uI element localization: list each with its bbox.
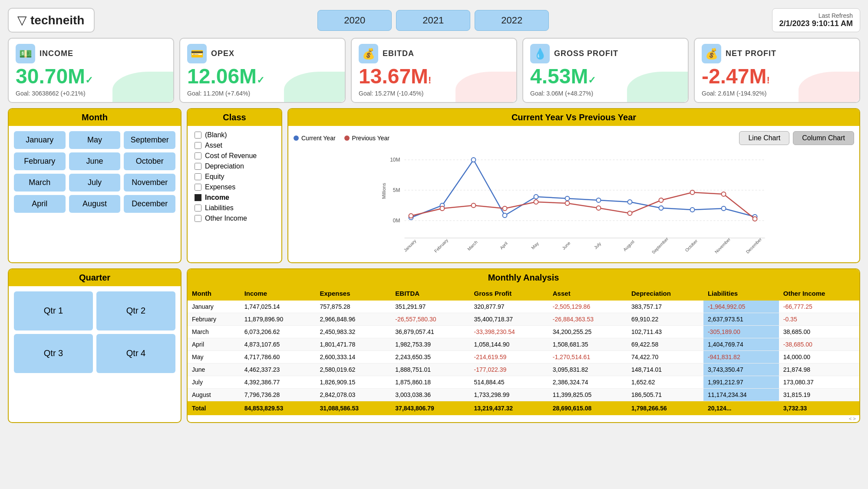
chart-box: Current Year Vs Previous Year Current Ye… [287,108,860,263]
table-cell: 2,243,650.35 [391,350,469,363]
kpi-value-income: 30.70M✓ [16,65,166,88]
month-cell-july[interactable]: July [69,174,121,192]
month-cell-june[interactable]: June [69,152,121,170]
class-item-asset[interactable]: Asset [195,142,274,149]
quarter-cell-qtr-1[interactable]: Qtr 1 [14,291,93,330]
kpi-header: 💧 GROSS PROFIT [530,44,681,63]
table-total-cell: 3,732.33 [779,401,859,415]
kpi-goal-opex: Goal: 11.20M (+7.64%) [187,90,338,97]
line-chart-button[interactable]: Line Chart [739,131,789,145]
table-cell: -1,270,514.61 [548,350,627,363]
table-row: June4,462,337.232,580,019.621,888,751.01… [188,363,859,376]
analysis-title: Monthly Analysis [188,269,859,286]
middle-row: Month JanuaryMaySeptemberFebruaryJuneOct… [8,108,860,263]
year-tab-2022[interactable]: 2022 [475,10,549,31]
kpi-value-gross-profit: 4.53M✓ [530,65,681,88]
class-item-equity[interactable]: Equity [195,173,274,181]
table-cell: 4,873,107.65 [240,338,316,350]
refresh-box: Last Refresh 2/1/2023 9:10:11 AM [772,8,860,32]
class-item-cost-of-revenue[interactable]: Cost of Revenue [195,152,274,160]
chart-content: Current Year Previous Year Line Chart Co… [288,126,859,262]
chart-legend: Current Year Previous Year [294,135,389,142]
year-tab-2020[interactable]: 2020 [317,10,392,31]
class-checkbox[interactable] [195,173,201,180]
quarter-cell-qtr-4[interactable]: Qtr 4 [96,334,175,373]
kpi-title-opex: OPEX [211,49,234,58]
table-cell: July [188,376,240,388]
month-cell-march[interactable]: March [14,174,66,192]
quarter-selector: Quarter Qtr 1Qtr 2Qtr 3Qtr 4 [8,268,182,423]
month-cell-may[interactable]: May [69,131,121,149]
scroll-hint: < > [188,415,859,422]
class-item-liabilities[interactable]: Liabilities [195,204,274,212]
table-cell: March [188,325,240,338]
table-cell: 7,796,736.28 [240,388,316,401]
class-checkbox[interactable] [195,152,201,159]
svg-point-28 [659,198,663,202]
class-checkbox[interactable] [195,184,201,191]
header: ▽ techneith 2020 2021 2022 Last Refresh … [8,8,860,33]
class-checkbox[interactable] [195,132,201,139]
kpi-icon-opex: 💳 [187,44,207,63]
class-checkbox[interactable] [195,215,201,222]
month-cell-january[interactable]: January [14,131,66,149]
month-cell-november[interactable]: November [124,174,175,192]
kpi-goal-gross-profit: Goal: 3.06M (+48.27%) [530,90,681,97]
table-total-cell: 84,853,829.53 [240,401,316,415]
table-cell: June [188,363,240,376]
table-cell: -305,189.00 [703,325,779,338]
month-cell-december[interactable]: December [124,195,175,213]
svg-point-16 [659,206,663,210]
column-chart-button[interactable]: Column Chart [793,131,854,145]
quarter-cell-qtr-3[interactable]: Qtr 3 [14,334,93,373]
kpi-header: 💰 EBITDA [359,44,509,63]
logo-text: techneith [30,13,84,27]
table-cell: 11,399,825.05 [548,388,627,401]
month-cell-august[interactable]: August [69,195,121,213]
class-item-(blank)[interactable]: (Blank) [195,131,274,139]
class-item-income[interactable]: Income [195,194,274,202]
table-total-cell: 13,219,437.32 [470,401,548,415]
table-row: April4,873,107.651,801,471.781,982,753.3… [188,338,859,350]
svg-text:March: March [466,240,478,251]
class-item-other-income[interactable]: Other Income [195,215,274,222]
class-item-depreciation[interactable]: Depreciation [195,162,274,170]
kpi-header: 💳 OPEX [187,44,338,63]
svg-point-29 [690,190,695,195]
class-item-expenses[interactable]: Expenses [195,183,274,191]
table-row: August7,796,736.282,842,078.033,003,038.… [188,388,859,401]
chart-svg: 10M 5M 0M Millions [294,151,854,255]
month-cell-october[interactable]: October [124,152,175,170]
svg-text:September: September [651,236,670,255]
svg-point-22 [472,203,476,208]
table-cell: 69,910.22 [627,313,703,325]
legend-current: Current Year [294,135,336,142]
quarter-cell-qtr-2[interactable]: Qtr 2 [96,291,175,330]
svg-point-23 [503,206,507,211]
kpi-check-income: ✓ [85,75,93,86]
month-cell-september[interactable]: September [124,131,175,149]
table-cell: 173,080.37 [779,376,859,388]
chart-controls: Line Chart Column Chart [739,131,854,145]
class-label: Other Income [205,215,247,222]
table-cell: 35,400,718.37 [470,313,548,325]
class-checkbox[interactable] [195,163,201,170]
col-header-month: Month [188,286,240,301]
class-checkbox[interactable] [195,142,201,149]
kpi-title-income: INCOME [40,49,73,58]
month-cell-february[interactable]: February [14,152,66,170]
svg-point-27 [628,211,632,215]
table-row: July4,392,386.771,826,909.151,875,860.18… [188,376,859,388]
svg-text:May: May [530,241,539,250]
year-tab-2021[interactable]: 2021 [396,10,470,31]
chart-title: Current Year Vs Previous Year [288,109,859,126]
table-cell: 2,450,983.32 [315,325,391,338]
class-label: (Blank) [205,131,227,139]
table-cell: 1,888,751.01 [391,363,469,376]
svg-text:July: July [593,241,602,250]
table-wrap[interactable]: MonthIncomeExpensesEBITDAGross ProfitAss… [188,286,859,415]
class-list: (Blank)AssetCost of RevenueDepreciationE… [188,126,281,228]
class-checkbox[interactable] [195,205,201,211]
month-cell-april[interactable]: April [14,195,66,213]
table-total-cell: 28,690,615.08 [548,401,627,415]
